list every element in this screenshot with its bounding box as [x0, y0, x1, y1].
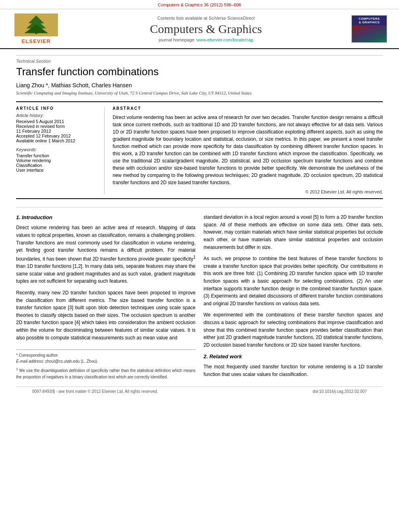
- body-column-left: 1. Introduction Direct volume rendering …: [16, 214, 195, 382]
- available-date: Available online 1 March 2012: [16, 138, 96, 143]
- abstract-panel: ABSTRACT Direct volume rendering has bee…: [105, 106, 383, 194]
- homepage-label: journal homepage:: [159, 37, 195, 42]
- keywords-group: Keywords: Transfer function Volume rende…: [16, 147, 96, 173]
- history-label: Article history:: [16, 113, 96, 118]
- accepted-date: Accepted 12 February 2012: [16, 134, 96, 138]
- author-names: Liang Zhou *, Mathias Schott, Charles Ha…: [16, 82, 132, 88]
- article-info-columns: ARTICLE INFO Article history: Received 5…: [16, 101, 383, 199]
- homepage-url: www.elsevier.com/locate/cag: [197, 37, 253, 42]
- section1-heading: 1. Introduction: [16, 214, 195, 222]
- authors-line: Liang Zhou *, Mathias Schott, Charles Ha…: [16, 82, 383, 88]
- main-body: 1. Introduction Direct volume rendering …: [16, 207, 383, 382]
- body-column-right: standard deviation in a local region aro…: [204, 214, 383, 382]
- keyword-2: Volume rendering: [16, 158, 96, 163]
- history-group: Article history: Received 5 August 2011 …: [16, 113, 96, 143]
- elsevier-tree-logo: [14, 13, 58, 37]
- affiliation: Scientific Computing and Imaging Institu…: [16, 90, 383, 95]
- section2-heading: 2. Related work: [204, 353, 383, 361]
- article-title: Transfer function combinations: [16, 66, 383, 78]
- contents-label: Contents lists available at SciVerse Sci…: [157, 16, 255, 21]
- cg-journal-logo: COMPUTERS& GRAPHICS: [352, 15, 387, 43]
- keyword-3: Classification: [16, 163, 96, 168]
- keyword-4: User interface: [16, 168, 96, 173]
- journal-citation-bar: Computers & Graphics 36 (2012) 596–606: [0, 0, 399, 9]
- journal-center-info: Contents lists available at SciVerse Sci…: [60, 16, 352, 42]
- homepage-line: journal homepage: www.elsevier.com/locat…: [60, 37, 352, 42]
- received-date: Received 5 August 2011: [16, 119, 96, 124]
- article-content: Technical Section Transfer function comb…: [0, 49, 399, 404]
- elsevier-logo: ELSEVIER: [12, 13, 60, 44]
- right-para-1: standard deviation in a local region aro…: [204, 214, 383, 251]
- keywords-label: Keywords:: [16, 147, 96, 152]
- article-info-title: ARTICLE INFO: [16, 106, 96, 111]
- article-info-panel: ARTICLE INFO Article history: Received 5…: [16, 106, 105, 194]
- intro-para-1: Direct volume rendering has been an acti…: [16, 224, 195, 285]
- journal-header: ELSEVIER Contents lists available at Sci…: [0, 9, 399, 49]
- footnote-email: E-mail address: zhoul@cs.utah.edu (L. Zh…: [16, 358, 195, 364]
- cg-logo-text: COMPUTERS& GRAPHICS: [352, 16, 387, 26]
- elsevier-brand-text: ELSEVIER: [22, 38, 51, 44]
- footnote-area: * Corresponding author. E-mail address: …: [16, 349, 195, 380]
- cg-logo-image: [352, 25, 387, 42]
- journal-title: Computers & Graphics: [60, 22, 352, 36]
- issn-text: 0097-8493/$ - see front matter © 2012 El…: [32, 389, 158, 394]
- footnote-1: 1 We use the disambiguation definition o…: [16, 367, 195, 380]
- sciverse-line: Contents lists available at SciVerse Sci…: [60, 16, 352, 21]
- footnote-corresponding: * Corresponding author.: [16, 352, 195, 358]
- received-revised: Received in revised form11 February 2012: [16, 124, 96, 134]
- copyright-notice: © 2012 Elsevier Ltd. All rights reserved…: [113, 189, 383, 194]
- right-para-2: As such, we propose to combine the best …: [204, 255, 383, 307]
- doi-text: doi:10.1016/j.cag.2012.02.007: [313, 389, 367, 394]
- section2-para-1: The most frequently used transfer functi…: [204, 363, 383, 378]
- keyword-1: Transfer function: [16, 153, 96, 158]
- intro-para-2: Recently, many new 2D transfer function …: [16, 289, 195, 341]
- journal-citation-text: Computers & Graphics 36 (2012) 596–606: [158, 2, 241, 7]
- right-para-3: We experimented with the combinations of…: [204, 311, 383, 349]
- bottom-bar: 0097-8493/$ - see front matter © 2012 El…: [16, 386, 383, 396]
- section-label: Technical Section: [16, 55, 383, 64]
- abstract-text: Direct volume rendering has been an acti…: [113, 114, 383, 186]
- abstract-title: ABSTRACT: [113, 106, 383, 111]
